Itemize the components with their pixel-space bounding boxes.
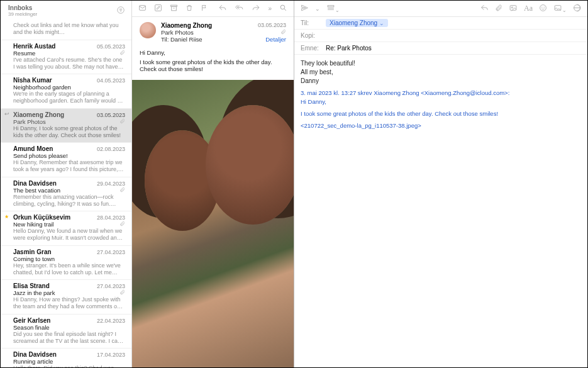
message-sender: Elisa Strand — [13, 282, 50, 289]
message-preview: Hello there, Did you see this? Chad was … — [13, 365, 125, 367]
to-field[interactable]: Til: Xiaomeng Zhong — [294, 17, 587, 30]
compose-body[interactable]: They look beautiful! All my best, Danny … — [294, 55, 587, 139]
envelope-icon[interactable] — [138, 4, 147, 13]
svg-point-9 — [280, 5, 285, 9]
attachment-icon — [119, 289, 125, 296]
sidebar: Innboks 39 meldinger Check out links and… — [1, 1, 132, 367]
compose-reply-icon[interactable] — [480, 4, 489, 14]
message-date: 22.04.2023 — [97, 318, 125, 324]
header-options-icon[interactable]: ⌄ — [326, 4, 340, 14]
svg-line-10 — [284, 9, 286, 11]
message-sender: Xiaomeng Zhong — [13, 111, 64, 118]
more-icon[interactable]: » — [268, 6, 272, 12]
message-preview: Hi Danny, How are things? Just spoke wit… — [13, 296, 125, 311]
send-later-chevron-icon[interactable]: ⌄ — [315, 6, 320, 12]
message-date: 03.05.2023 — [97, 112, 125, 118]
subject-field[interactable]: Emne: Re: Park Photos — [294, 42, 587, 55]
message-item[interactable]: Geir Karlsen22.04.2023Season finaleDid y… — [1, 315, 131, 349]
compose-pane: ⌄ ⌄ Aa ⌄ Til: Xiaomeng Zhong Kopi: Emne:… — [294, 1, 587, 367]
message-preview: Remember this amazing vacation—rock clim… — [13, 194, 125, 208]
svg-rect-4 — [140, 6, 146, 11]
message-item[interactable]: Amund Moen02.08.2023Send photos please!H… — [1, 143, 131, 177]
message-date: 28.04.2023 — [97, 215, 125, 221]
message-item[interactable]: Orkun Küçüksevim28.04.2023New hiking tra… — [1, 211, 131, 246]
message-item[interactable]: Xiaomeng Zhong03.05.2023Park PhotosHi Da… — [1, 109, 131, 143]
message-item[interactable]: Jasmin Gran27.04.2023Coming to townHey, … — [1, 246, 131, 281]
photo-icon[interactable] — [509, 4, 518, 14]
message-preview: Hello Danny, We found a new trail when w… — [13, 228, 125, 242]
attachment-icon — [280, 29, 286, 36]
message-date: 17.04.2023 — [97, 352, 125, 358]
message-date: 05.05.2023 — [97, 43, 125, 50]
message-preview: I've attached Carol's resume. She's the … — [13, 57, 125, 71]
svg-rect-11 — [328, 5, 334, 6]
avatar — [140, 22, 156, 38]
message-sender: Dina Davidsen — [13, 351, 57, 358]
message-subject: Park Photos — [13, 118, 46, 125]
preview-to: Til: Daniel Riise — [161, 36, 202, 43]
message-sender: Geir Karlsen — [13, 317, 50, 324]
message-subject: New hiking trail — [13, 221, 53, 228]
message-date: 29.04.2023 — [97, 181, 125, 187]
subject-value: Re: Park Photos — [326, 45, 372, 52]
send-icon[interactable] — [301, 4, 309, 14]
message-subject: Neighborhood garden — [13, 84, 71, 91]
message-preview: Did you see the final episode last night… — [13, 331, 125, 345]
message-preview: Hi Danny, Remember that awesome trip we … — [13, 159, 125, 174]
message-item[interactable]: Dina Davidsen29.04.2023The best vacation… — [1, 177, 131, 212]
media-browser-icon[interactable]: ⌄ — [553, 4, 567, 14]
message-sender: Dina Davidsen — [13, 180, 57, 187]
svg-rect-7 — [172, 6, 177, 10]
app-root: Innboks 39 meldinger Check out links and… — [1, 1, 587, 367]
attach-icon[interactable] — [495, 4, 502, 14]
format-icon[interactable]: Aa — [524, 4, 533, 13]
message-item[interactable]: Nisha Kumar04.05.2023Neighborhood garden… — [1, 74, 131, 109]
message-item[interactable]: Dina Davidsen17.04.2023Running articleHe… — [1, 348, 131, 367]
svg-rect-5 — [155, 5, 162, 11]
message-date: 02.08.2023 — [97, 146, 125, 152]
preview-header: Xiaomeng Zhong 03.05.2023 Park Photos Ti… — [132, 17, 294, 47]
message-preview: Hi Danny, I took some great photos of th… — [13, 125, 125, 140]
attachment-icon — [119, 118, 125, 125]
message-sender: Henrik Austad — [13, 43, 55, 50]
message-subject: The best vacation — [13, 187, 60, 194]
message-subject: Season finale — [13, 324, 50, 331]
message-sender: Orkun Küçüksevim — [13, 214, 70, 221]
preview-image — [132, 80, 294, 367]
forward-icon[interactable] — [252, 4, 260, 13]
archive-icon[interactable] — [170, 4, 178, 13]
reply-icon[interactable] — [218, 4, 227, 13]
emoji-icon[interactable] — [539, 4, 547, 14]
reply-all-icon[interactable] — [235, 4, 244, 13]
flag-icon[interactable] — [201, 4, 208, 13]
message-list: Check out links and let me know what you… — [1, 21, 131, 367]
attachment-icon — [119, 50, 125, 57]
preview-sender: Xiaomeng Zhong — [161, 22, 212, 29]
svg-point-15 — [511, 6, 513, 8]
message-item[interactable]: Henrik Austad05.05.2023ResumeI've attach… — [1, 40, 131, 75]
message-date: 27.04.2023 — [97, 249, 125, 255]
attachment-icon — [119, 187, 125, 194]
message-item[interactable]: Check out links and let me know what you… — [1, 21, 131, 40]
message-preview: We're in the early stages of planning a … — [13, 91, 125, 105]
compose-icon[interactable] — [154, 4, 162, 13]
preview-toolbar: » — [132, 1, 294, 17]
svg-point-16 — [540, 4, 546, 11]
trash-icon[interactable] — [186, 4, 193, 13]
markup-icon[interactable] — [573, 4, 581, 14]
filter-icon[interactable] — [116, 6, 125, 16]
recipient-token[interactable]: Xiaomeng Zhong — [326, 19, 388, 27]
message-subject: Running article — [13, 358, 53, 365]
sidebar-header: Innboks 39 meldinger — [1, 1, 131, 21]
message-date: 27.04.2023 — [97, 283, 125, 289]
message-sender: Nisha Kumar — [13, 77, 52, 84]
preview-date: 03.05.2023 — [258, 22, 286, 29]
message-item[interactable]: Elisa Strand27.04.2023Jazz in the parkHi… — [1, 280, 131, 315]
message-sender: Amund Moen — [13, 145, 53, 152]
cc-field[interactable]: Kopi: — [294, 30, 587, 42]
search-icon[interactable] — [279, 4, 287, 13]
message-preview: Hey, stranger. It's been a while since w… — [13, 262, 125, 277]
details-link[interactable]: Detaljer — [265, 36, 286, 43]
message-sender: Jasmin Gran — [13, 248, 52, 255]
attachment-icon — [119, 221, 125, 228]
